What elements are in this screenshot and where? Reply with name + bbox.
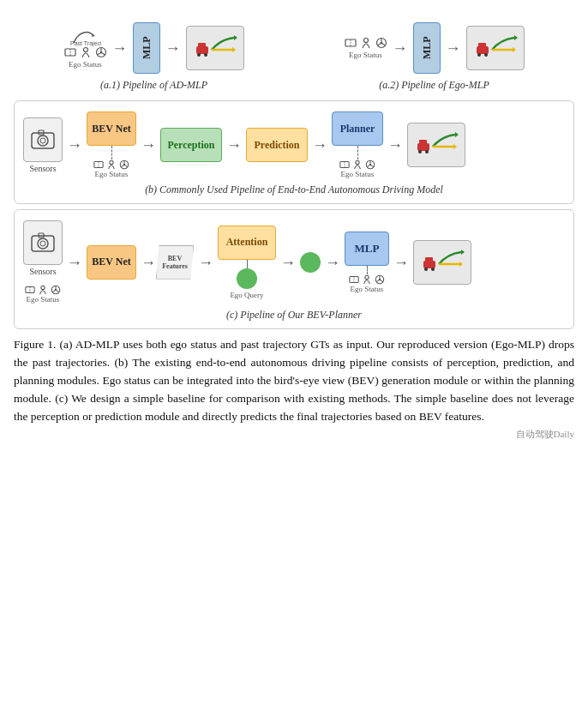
ego-mlp-ego-icons <box>345 37 387 49</box>
trajectory-viz-b <box>411 128 462 162</box>
svg-line-22 <box>377 44 380 45</box>
steering-wheel-icon <box>95 46 107 58</box>
arrow-c3: → <box>198 255 213 270</box>
person-icon-2 <box>360 37 372 49</box>
sensors-group: Sensors <box>23 117 63 173</box>
planner-ego-icons <box>339 159 375 170</box>
bevnet-box: BEV Net <box>87 111 136 146</box>
steering-wheel-icon-2 <box>375 37 387 49</box>
ego-mlp-box: MLP <box>413 22 441 74</box>
c-mlp-ego-label: Ego Status <box>351 285 384 293</box>
ego-mlp-flow: Ego Status → MLP → <box>345 22 525 74</box>
steering-b1 <box>119 159 129 170</box>
ad-mlp-input: Past Trajectories <box>64 27 107 69</box>
ad-mlp-flow: Past Trajectories <box>64 22 244 74</box>
svg-point-37 <box>110 160 113 164</box>
planner-group: Planner Ego Status <box>332 111 383 178</box>
steering-c2 <box>375 274 385 285</box>
ad-mlp-ego-icons <box>64 46 107 58</box>
svg-point-27 <box>477 53 481 57</box>
svg-rect-80 <box>425 257 433 262</box>
road-icon-c2 <box>349 274 359 285</box>
road-icon-b1 <box>93 159 104 170</box>
trajectory-viz-2 <box>470 31 521 65</box>
c-trajectories <box>413 240 471 285</box>
svg-point-13 <box>204 53 207 57</box>
svg-point-82 <box>431 268 435 271</box>
road-icon-2 <box>345 37 357 49</box>
camera-icon-c <box>29 229 57 256</box>
arrow-c4: → <box>280 255 296 270</box>
svg-point-39 <box>123 164 126 166</box>
dashed-line-mlp-c <box>367 266 368 274</box>
person-icon-c <box>38 285 48 295</box>
row-b-container: Sensors → BEV Net <box>14 100 574 204</box>
svg-point-33 <box>40 138 45 143</box>
c-ego-icons <box>25 285 61 295</box>
solid-line-attention <box>247 260 248 268</box>
svg-point-60 <box>40 241 45 246</box>
svg-point-32 <box>38 135 48 146</box>
svg-point-12 <box>197 53 201 57</box>
arrow-c6: → <box>393 255 409 270</box>
arrow-c2: → <box>141 255 156 270</box>
arrow-b5: → <box>387 137 403 153</box>
arrow-2: → <box>165 40 181 56</box>
svg-line-68 <box>52 291 55 292</box>
svg-line-50 <box>371 165 374 167</box>
person-icon-c2 <box>362 274 372 285</box>
svg-point-66 <box>55 289 57 292</box>
road-icon-c <box>25 285 35 295</box>
c-sensors-label: Sensors <box>29 267 56 276</box>
road-icon <box>64 46 76 58</box>
ego-mlp-caption: (a.2) Pipeline of Ego-MLP <box>379 79 489 92</box>
steering-b2 <box>365 159 375 170</box>
bev-features-wrapper: → BEV Features <box>141 245 194 280</box>
prediction-box: Prediction <box>246 128 308 162</box>
person-icon-b1 <box>106 159 117 170</box>
c-sensors-group: Sensors Ego Status <box>23 220 63 304</box>
svg-line-69 <box>57 291 59 292</box>
b-trajectories <box>407 123 465 167</box>
merge-circle <box>300 252 321 273</box>
ad-mlp-trajectories <box>186 26 244 70</box>
svg-line-7 <box>97 53 99 55</box>
planner-box: Planner <box>332 111 383 146</box>
row-c-caption: (c) Pipeline of Our BEV-Planner <box>23 309 565 322</box>
ego-mlp-ego-label: Ego Status <box>349 51 382 59</box>
attention-box: Attention <box>218 226 276 260</box>
svg-point-74 <box>379 278 381 280</box>
svg-point-20 <box>380 42 382 45</box>
arrow-3: → <box>393 40 408 56</box>
svg-point-47 <box>369 164 372 166</box>
c-ego-label: Ego Status <box>27 295 60 304</box>
past-trajectories-icon: Past Trajectories <box>70 27 101 46</box>
attention-group: Attention Ego Query <box>218 226 276 299</box>
ego-query-circle <box>237 268 257 289</box>
bevnet-ego-label: Ego Status <box>95 170 129 178</box>
row-c-container: Sensors Ego Status → BEV Net → BEV Fe <box>14 209 574 329</box>
arrow-1: → <box>112 40 128 56</box>
ego-status-bevnet: Ego Status <box>93 159 129 178</box>
ego-mlp-trajectories <box>466 26 525 70</box>
trajectory-viz-c <box>417 245 468 280</box>
arrow-4: → <box>446 40 461 56</box>
row-a: Past Trajectories <box>14 14 574 95</box>
ego-query-label: Ego Query <box>230 291 263 299</box>
c-bevnet-box: BEV Net <box>87 245 136 280</box>
row-b-pipeline: Sensors → BEV Net <box>23 111 565 178</box>
camera-icon <box>29 126 57 153</box>
person-icon-b2 <box>352 159 363 170</box>
svg-point-55 <box>425 150 429 153</box>
dashed-line-bevnet <box>111 146 112 159</box>
svg-line-49 <box>367 165 369 167</box>
arrow-b4: → <box>312 137 327 153</box>
watermark: 自动驾驶Daily <box>14 428 574 441</box>
svg-point-28 <box>484 53 488 57</box>
sensors-label: Sensors <box>29 164 56 173</box>
svg-line-42 <box>125 165 128 167</box>
svg-point-54 <box>418 150 422 153</box>
ego-status-planner: Ego Status <box>339 159 375 178</box>
svg-point-5 <box>99 51 102 54</box>
c-mlp-group: MLP Ego Status <box>345 232 389 293</box>
